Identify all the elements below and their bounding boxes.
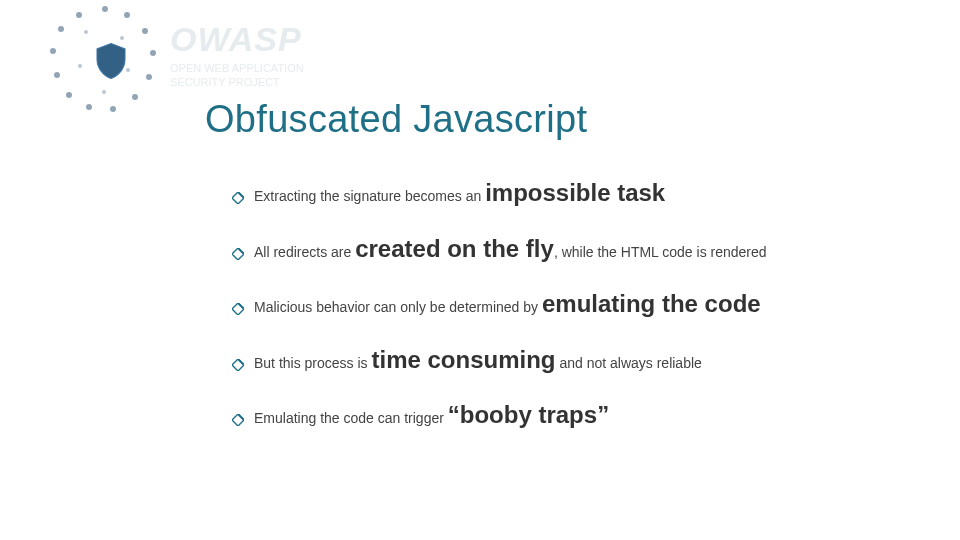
bullet-text: Malicious behavior can only be determine… [254,287,932,321]
diamond-bullet-icon [232,303,244,315]
bullet-emphasis: emulating the code [542,290,761,317]
shield-icon [90,40,132,86]
list-item: But this process is time consuming and n… [232,343,932,377]
logo-watermark: OWASP OPEN WEB APPLICATION SECURITY PROJ… [50,6,410,106]
logo-subline-2: SECURITY PROJECT [170,76,280,88]
slide-title: Obfuscated Javascript [205,98,587,141]
bullet-emphasis: impossible task [485,179,665,206]
bullet-text: Emulating the code can trigger “booby tr… [254,398,932,432]
bullet-pre: All redirects are [254,244,355,260]
bullet-pre: But this process is [254,355,372,371]
bullet-text: Extracting the signature becomes an impo… [254,176,932,210]
bullet-list: Extracting the signature becomes an impo… [232,176,932,454]
bullet-pre: Extracting the signature becomes an [254,188,485,204]
bullet-emphasis: “booby traps” [448,401,609,428]
bullet-emphasis: time consuming [372,346,556,373]
list-item: Extracting the signature becomes an impo… [232,176,932,210]
bullet-post: , while the HTML code is rendered [554,244,767,260]
bullet-post: and not always reliable [556,355,702,371]
logo-subline-1: OPEN WEB APPLICATION [170,62,304,74]
bullet-text: All redirects are created on the fly, wh… [254,232,932,266]
bullet-pre: Malicious behavior can only be determine… [254,299,542,315]
diamond-bullet-icon [232,414,244,426]
diamond-bullet-icon [232,192,244,204]
list-item: Malicious behavior can only be determine… [232,287,932,321]
diamond-bullet-icon [232,248,244,260]
diamond-bullet-icon [232,359,244,371]
bullet-text: But this process is time consuming and n… [254,343,932,377]
logo-subline: OPEN WEB APPLICATION SECURITY PROJECT [170,62,304,90]
list-item: Emulating the code can trigger “booby tr… [232,398,932,432]
logo-wordmark: OWASP [170,20,302,59]
list-item: All redirects are created on the fly, wh… [232,232,932,266]
bullet-emphasis: created on the fly [355,235,554,262]
bullet-pre: Emulating the code can trigger [254,410,448,426]
